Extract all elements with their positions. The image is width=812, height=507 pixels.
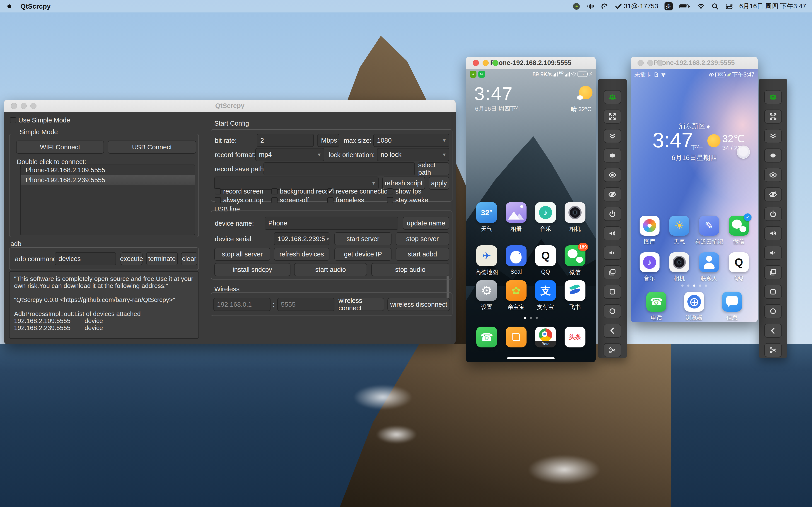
config-checkbox[interactable]: screen-off <box>271 196 327 204</box>
menubar-clock[interactable]: 6月16日 周四 下午3:47 <box>739 2 806 11</box>
battery-icon[interactable] <box>679 2 691 10</box>
高德地图-icon[interactable]: ✈ <box>476 245 497 266</box>
apple-logo-icon[interactable] <box>6 2 13 10</box>
record-save-path-input[interactable] <box>263 162 415 175</box>
config-checkbox[interactable]: stay awake <box>387 196 452 204</box>
wireless-ip-input[interactable]: 192.168.0.1 <box>213 298 270 311</box>
start-adbd-button[interactable]: start adbd <box>396 247 449 261</box>
adb-log-output[interactable]: "This software is completely open source… <box>9 271 199 339</box>
menu-button[interactable] <box>764 285 782 299</box>
wireless-port-input[interactable]: 5555 <box>277 298 335 311</box>
expand-panel-button[interactable] <box>764 129 782 143</box>
app-dock-item[interactable]: ❏ <box>504 327 528 347</box>
screenshot-scissors-button[interactable] <box>764 343 782 357</box>
相册-icon[interactable] <box>506 202 526 223</box>
home-button[interactable] <box>604 304 621 318</box>
app-电话[interactable]: ☎电话 <box>644 292 669 322</box>
phone1-titlebar[interactable]: Phone-192.168.2.109:5555 <box>466 57 596 69</box>
bit-rate-unit-select[interactable]: Mbps▾ <box>317 134 339 147</box>
app-图库[interactable]: 图库 <box>637 216 662 245</box>
音乐-icon[interactable]: ♪ <box>640 252 660 272</box>
app-音乐[interactable]: ♪音乐 <box>637 252 662 282</box>
app-信息[interactable]: 信息 <box>720 292 745 322</box>
screen-on-eye-button[interactable] <box>764 168 782 182</box>
device-serial-select[interactable]: 192.168.2.239:5▾ <box>274 232 329 245</box>
back-button[interactable] <box>604 324 621 338</box>
select-path-button[interactable]: select path <box>418 162 449 175</box>
app-icon[interactable]: ❏ <box>506 327 526 347</box>
电话-icon[interactable]: ☎ <box>646 292 666 312</box>
音乐-icon[interactable]: ♪ <box>535 202 556 223</box>
config-checkbox[interactable]: background record <box>271 188 327 195</box>
update-name-button[interactable]: update name <box>403 217 449 230</box>
stop-audio-button[interactable]: stop audio <box>371 263 449 276</box>
record-format-select[interactable]: mp4▾ <box>255 148 324 161</box>
QQ-icon[interactable]: Q <box>729 252 749 272</box>
有道云笔记-icon[interactable]: ✎ <box>699 216 719 236</box>
app-浏览器[interactable]: ⊕浏览器 <box>682 292 707 322</box>
stop-all-server-button[interactable]: stop all server <box>214 247 270 261</box>
wireless-disconnect-button[interactable]: wireless disconnect <box>388 298 450 311</box>
swirl-icon[interactable] <box>601 2 608 10</box>
volume-up-button[interactable] <box>604 226 621 240</box>
相机-icon[interactable] <box>669 252 689 272</box>
微信-icon[interactable]: ✓ <box>729 216 749 236</box>
zoom-button[interactable] <box>492 60 498 66</box>
app-微信[interactable]: ✓微信 <box>726 216 751 245</box>
config-checkbox[interactable]: always on top <box>215 196 271 204</box>
refresh-devices-button[interactable]: refresh devices <box>274 247 329 261</box>
浏览器-icon[interactable]: ⊕ <box>684 292 704 312</box>
max-size-select[interactable]: 1080▾ <box>373 134 449 147</box>
start-audio-button[interactable]: start audio <box>294 263 367 276</box>
联系人-icon[interactable] <box>699 252 719 272</box>
back-button[interactable] <box>764 324 782 338</box>
config-checkbox[interactable]: record screen <box>215 188 271 195</box>
支付宝-icon[interactable]: 支 <box>535 280 556 301</box>
device-list-item[interactable]: Phone-192.168.2.109:5555 <box>20 165 195 175</box>
window-titlebar[interactable]: QtScrcpy <box>4 100 456 112</box>
status-group[interactable]: 31@·17753 <box>615 2 658 10</box>
app-亲宝宝[interactable]: ✿亲宝宝 <box>504 280 528 311</box>
config-checkbox[interactable]: ✓reverse connection <box>327 188 387 195</box>
touch-button[interactable] <box>764 149 782 163</box>
check-icon[interactable] <box>615 2 622 10</box>
app-QQ[interactable]: QQQ <box>726 252 751 282</box>
图库-icon[interactable] <box>640 216 660 236</box>
app-天气[interactable]: ☀天气 <box>667 216 692 245</box>
信息-icon[interactable] <box>722 292 742 312</box>
expand-panel-button[interactable] <box>604 129 621 143</box>
app-相机[interactable]: 相机 <box>667 252 692 282</box>
app-音乐[interactable]: ♪音乐 <box>533 202 558 233</box>
app-微信[interactable]: 189微信 <box>563 245 588 276</box>
volume-down-button[interactable] <box>604 246 621 260</box>
traffic-lights[interactable] <box>11 103 37 109</box>
zoom-button[interactable] <box>30 103 37 109</box>
device-name-input[interactable]: Phone <box>265 217 398 230</box>
app-设置[interactable]: ⚙设置 <box>474 280 499 311</box>
close-button[interactable] <box>638 60 644 66</box>
search-icon[interactable] <box>711 2 719 10</box>
minimize-button[interactable] <box>483 60 489 66</box>
lock-orientation-select[interactable]: no lock▾ <box>377 148 449 161</box>
screen-on-eye-button[interactable] <box>604 168 621 182</box>
close-button[interactable] <box>11 103 17 109</box>
app-高德地图[interactable]: ✈高德地图 <box>474 245 499 276</box>
相机-icon[interactable] <box>565 202 586 223</box>
app-天气[interactable]: 32°天气 <box>474 202 499 233</box>
menu-button[interactable] <box>604 285 621 299</box>
zoom-button[interactable] <box>657 60 663 66</box>
minimize-button[interactable] <box>647 60 653 66</box>
Seal-icon[interactable] <box>506 245 526 266</box>
screenshot-scissors-button[interactable] <box>604 343 621 357</box>
phone2-screen[interactable]: 未插卡 100 下午3:47 浦东新区 3:47 下午 32℃ 34 / 21 … <box>631 69 758 322</box>
clear-button[interactable]: clear <box>181 252 197 265</box>
power-button[interactable] <box>604 207 621 221</box>
screen-off-eye-button[interactable] <box>604 187 621 202</box>
app-icon[interactable]: ☎ <box>476 327 497 347</box>
phone1-screen[interactable]: ✦ ✉ 89.9K/s HD 5 ⚡ 3:47 6月16日 周四下午 晴 32°… <box>466 69 596 362</box>
phone2-titlebar[interactable]: Phone-192.168.2.239:5555 <box>631 57 758 69</box>
power-button[interactable] <box>764 207 782 221</box>
app-switch-button[interactable] <box>764 265 782 279</box>
usb-connect-button[interactable]: USB Connect <box>108 140 196 154</box>
assistive-ball[interactable] <box>737 146 750 159</box>
